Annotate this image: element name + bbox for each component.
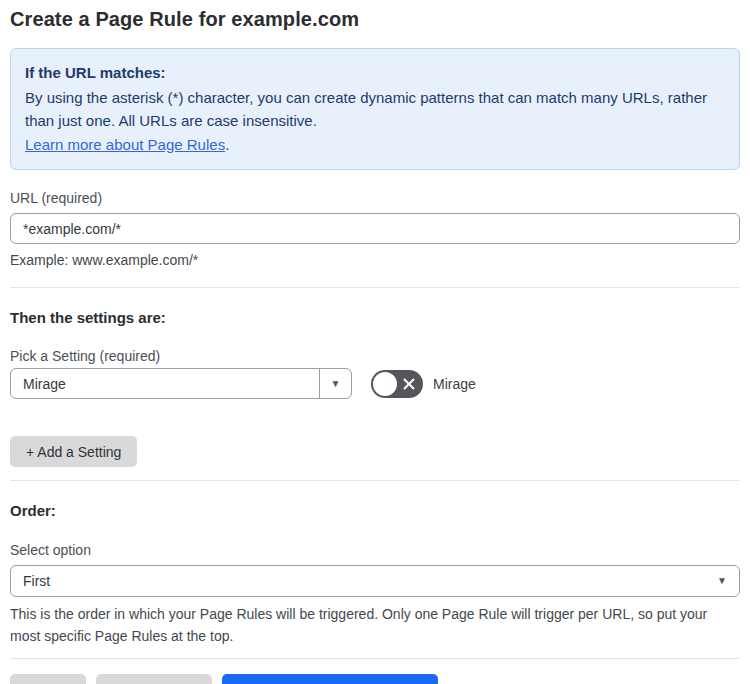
add-setting-button[interactable]: + Add a Setting — [10, 436, 137, 467]
page-title: Create a Page Rule for example.com — [10, 8, 740, 31]
order-select-label: Select option — [10, 542, 740, 558]
info-box-link-line: Learn more about Page Rules. — [25, 133, 725, 157]
setting-row: Mirage ▼ Mirage — [10, 368, 740, 399]
divider — [10, 658, 740, 659]
save-as-draft-button[interactable]: Save as Draft — [96, 674, 213, 684]
create-page-rule-form: Create a Page Rule for example.com If th… — [0, 0, 750, 684]
cancel-button[interactable]: Cancel — [10, 674, 86, 684]
settings-section-heading: Then the settings are: — [10, 309, 740, 326]
mirage-toggle-wrap: Mirage — [371, 370, 476, 398]
order-select[interactable]: First ▼ — [10, 565, 740, 597]
info-box-heading: If the URL matches: — [25, 61, 725, 85]
toggle-knob — [373, 372, 397, 396]
save-and-deploy-button[interactable]: Save and Deploy Page Rule — [222, 674, 438, 684]
toggle-off-x-icon — [402, 377, 416, 391]
order-helper-text: This is the order in which your Page Rul… — [10, 603, 740, 647]
setting-select[interactable]: Mirage ▼ — [10, 368, 352, 399]
url-match-info-box: If the URL matches: By using the asteris… — [10, 48, 740, 170]
url-example-helper: Example: www.example.com/* — [10, 250, 740, 271]
info-box-body: By using the asterisk (*) character, you… — [25, 86, 725, 133]
setting-picker-label: Pick a Setting (required) — [10, 348, 740, 364]
url-input[interactable] — [10, 213, 740, 244]
mirage-toggle[interactable] — [371, 370, 423, 398]
chevron-down-icon: ▼ — [717, 576, 727, 586]
divider — [10, 480, 740, 481]
url-field-label: URL (required) — [10, 190, 740, 206]
footer-actions: Cancel Save as Draft Save and Deploy Pag… — [10, 674, 740, 684]
order-section-heading: Order: — [10, 502, 740, 519]
setting-select-arrow-button[interactable]: ▼ — [319, 369, 351, 398]
link-suffix: . — [225, 136, 229, 153]
divider — [10, 287, 740, 288]
toggle-label: Mirage — [433, 376, 476, 392]
order-select-value: First — [23, 573, 717, 589]
chevron-down-icon: ▼ — [331, 379, 341, 389]
learn-more-link[interactable]: Learn more about Page Rules — [25, 136, 225, 153]
setting-select-value: Mirage — [11, 369, 319, 398]
